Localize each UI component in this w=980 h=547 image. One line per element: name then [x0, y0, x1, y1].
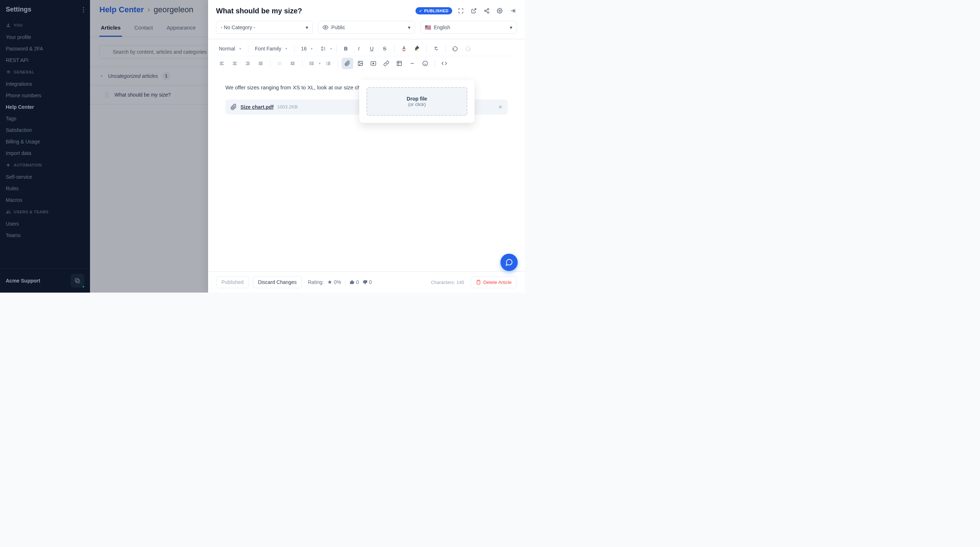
language-value: English [434, 24, 450, 30]
line-height-button[interactable] [318, 43, 329, 54]
file-dropzone[interactable]: Drop file (or click) [366, 87, 467, 116]
dropzone-subtitle: (or click) [371, 102, 463, 107]
character-count: Characters: 145 [431, 280, 465, 285]
bold-button[interactable]: B [340, 43, 352, 54]
status-pill: ✓ PUBLISHED [415, 7, 452, 14]
font-family-select[interactable]: Font Family▼ [252, 44, 291, 53]
file-dropzone-popup: Drop file (or click) [359, 80, 474, 123]
align-left-button[interactable] [216, 57, 228, 69]
svg-point-15 [487, 12, 489, 13]
numbered-list-button[interactable]: 123 [323, 57, 334, 69]
share-icon[interactable] [482, 6, 491, 15]
undo-button[interactable] [449, 43, 461, 54]
svg-rect-22 [415, 51, 418, 51]
remove-attachment-button[interactable]: ✕ [498, 104, 503, 110]
outdent-button[interactable] [274, 57, 285, 69]
svg-line-16 [486, 11, 488, 12]
thumbs-up-icon [350, 280, 355, 285]
chevron-down-icon: ▾ [305, 24, 308, 30]
eye-icon [323, 24, 328, 30]
open-external-icon[interactable] [469, 6, 478, 15]
horizontal-rule-button[interactable] [406, 57, 418, 69]
dropzone-title: Drop file [371, 96, 463, 102]
svg-text:3: 3 [326, 64, 327, 65]
settings-icon[interactable] [495, 6, 504, 15]
expand-icon[interactable] [457, 6, 465, 15]
svg-marker-56 [373, 63, 374, 64]
editor-toolbar: Normal▼ Font Family▼ 16▼ ▼ B I U S [208, 39, 525, 73]
attachment-name[interactable]: Size chart.pdf [240, 104, 274, 110]
code-button[interactable] [439, 57, 450, 69]
svg-rect-57 [397, 61, 401, 65]
svg-point-14 [485, 10, 486, 11]
svg-point-54 [359, 62, 360, 63]
table-button[interactable] [393, 57, 405, 69]
svg-point-61 [423, 61, 427, 65]
redo-button[interactable] [462, 43, 474, 54]
article-editor-panel: What should be my size? ✓ PUBLISHED - No… [208, 0, 525, 293]
clear-format-button[interactable] [430, 43, 442, 54]
star-icon [327, 280, 332, 285]
category-select-value: - No Category - [221, 24, 255, 30]
indent-button[interactable] [287, 57, 299, 69]
published-button[interactable]: Published [216, 276, 249, 288]
svg-point-18 [499, 10, 500, 11]
link-button[interactable] [380, 57, 392, 69]
image-button[interactable] [355, 57, 366, 69]
video-button[interactable] [368, 57, 379, 69]
flag-us-icon: 🇺🇸 [425, 24, 431, 30]
bullet-list-button[interactable] [306, 57, 318, 69]
thumbs-down-icon [363, 280, 368, 285]
strikethrough-button[interactable]: S [379, 43, 391, 54]
chat-icon [505, 258, 513, 266]
chat-widget-button[interactable] [500, 254, 518, 271]
align-justify-button[interactable] [255, 57, 266, 69]
align-right-button[interactable] [242, 57, 253, 69]
svg-point-41 [310, 62, 310, 62]
highlight-button[interactable] [411, 43, 423, 54]
attachment-button[interactable] [342, 57, 353, 69]
svg-rect-21 [402, 51, 406, 51]
panel-title: What should be my size? [216, 7, 302, 15]
svg-point-42 [310, 63, 310, 64]
attachment-size: 1003.2KB [277, 104, 298, 110]
chevron-down-icon: ▾ [408, 24, 410, 30]
status-text: PUBLISHED [424, 9, 449, 13]
visibility-select[interactable]: Public ▾ [318, 21, 415, 34]
rating-label: Rating: [308, 279, 324, 285]
align-center-button[interactable] [229, 57, 240, 69]
language-select[interactable]: 🇺🇸 English ▾ [420, 21, 517, 34]
text-color-button[interactable] [398, 43, 410, 54]
trash-icon [476, 280, 481, 285]
visibility-value: Public [331, 24, 345, 30]
underline-button[interactable]: U [366, 43, 378, 54]
delete-button[interactable]: Delete Article [471, 276, 517, 288]
category-select[interactable]: - No Category - ▾ [216, 21, 313, 34]
svg-point-13 [487, 8, 489, 10]
rating-display: Rating: 0% | 0 0 [308, 279, 372, 285]
svg-point-43 [310, 64, 310, 65]
italic-button[interactable]: I [353, 43, 365, 54]
check-icon: ✓ [419, 9, 422, 13]
text-style-select[interactable]: Normal▼ [216, 44, 245, 53]
chevron-down-icon: ▾ [510, 24, 512, 30]
font-size-select[interactable]: 16▼ [298, 44, 316, 53]
collapse-panel-icon[interactable] [508, 6, 517, 15]
discard-button[interactable]: Discard Changes [253, 276, 302, 288]
emoji-button[interactable] [420, 57, 431, 69]
svg-point-20 [325, 27, 326, 28]
panel-footer: Published Discard Changes Rating: 0% | 0… [208, 271, 525, 293]
paperclip-icon [231, 104, 237, 110]
svg-line-17 [486, 10, 488, 10]
